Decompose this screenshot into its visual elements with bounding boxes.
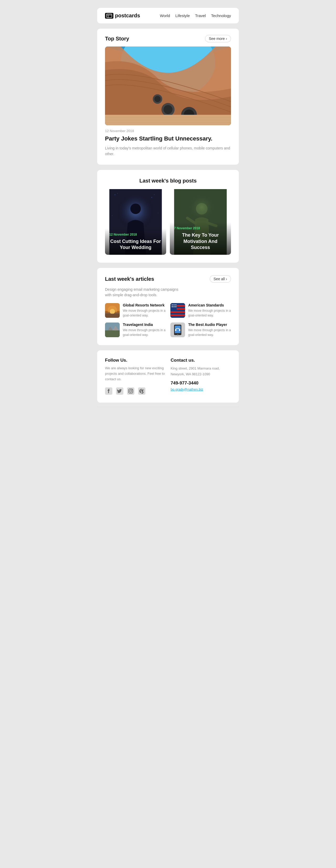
twitter-icon[interactable] bbox=[116, 388, 123, 395]
contact-email[interactable]: bo.grady@nathen.biz bbox=[171, 388, 203, 391]
svg-rect-40 bbox=[170, 314, 185, 316]
blog-card-1[interactable]: 12 November 2018 Cost Cutting Ideas For … bbox=[105, 189, 166, 255]
article-date: 12 November 2018 bbox=[105, 129, 231, 133]
article-item-title-3: The Best Audio Player bbox=[188, 322, 231, 327]
blog-card-overlay-1: 12 November 2018 Cost Cutting Ideas For … bbox=[105, 228, 166, 255]
svg-point-45 bbox=[172, 306, 173, 307]
svg-point-6 bbox=[154, 96, 161, 102]
article-thumb-0 bbox=[105, 303, 120, 318]
facebook-icon[interactable] bbox=[105, 388, 112, 395]
contact-phone: 749-977-3440 bbox=[171, 380, 231, 386]
svg-rect-39 bbox=[170, 311, 185, 313]
article-text-3: The Best Audio Player We move through pr… bbox=[188, 322, 231, 337]
svg-rect-56 bbox=[179, 329, 180, 331]
svg-rect-21 bbox=[154, 194, 155, 195]
svg-point-42 bbox=[172, 304, 173, 305]
blog-card-title-2: The Key To Your Motivation And Success bbox=[174, 232, 227, 251]
article-item-text-3: We move through projects in a goal-orien… bbox=[188, 328, 231, 337]
hero-image bbox=[105, 46, 231, 125]
svg-rect-34 bbox=[105, 314, 120, 318]
articles-grid: Global Resorts Network We move through p… bbox=[105, 303, 231, 337]
svg-point-43 bbox=[173, 304, 174, 305]
article-title: Party Jokes Startling But Unnecessary. bbox=[105, 135, 231, 143]
svg-point-47 bbox=[175, 306, 176, 307]
blog-grid: 12 November 2018 Cost Cutting Ideas For … bbox=[105, 189, 231, 255]
articles-title: Last week's articles bbox=[105, 276, 154, 282]
article-item-title-2: Travelagent India bbox=[123, 322, 166, 327]
article-item-text-0: We move through projects in a goal-orien… bbox=[123, 308, 166, 318]
svg-rect-18 bbox=[115, 194, 115, 195]
article-text-0: Global Resorts Network We move through p… bbox=[123, 303, 166, 318]
articles-subtitle: Design engaging email marketing campaign… bbox=[105, 287, 231, 298]
svg-rect-59 bbox=[127, 388, 134, 395]
article-item-1[interactable]: American Standards We move through proje… bbox=[170, 303, 231, 318]
article-thumb-3 bbox=[170, 322, 185, 337]
svg-rect-22 bbox=[112, 215, 112, 216]
follow-text: We are always looking for new exciting p… bbox=[105, 366, 165, 382]
top-story-section: Top Story See more › bbox=[97, 29, 239, 165]
contact-heading: Contact us. bbox=[171, 358, 231, 363]
chevron-right-icon-2: › bbox=[226, 277, 227, 281]
article-item-2[interactable]: Travelagent India We move through projec… bbox=[105, 322, 166, 337]
top-story-header: Top Story See more › bbox=[105, 35, 231, 42]
article-text-1: American Standards We move through proje… bbox=[188, 303, 231, 318]
article-item-3[interactable]: The Best Audio Player We move through pr… bbox=[170, 322, 231, 337]
article-item-0[interactable]: Global Resorts Network We move through p… bbox=[105, 303, 166, 318]
svg-point-62 bbox=[132, 390, 132, 390]
articles-header: Last week's articles See all › bbox=[105, 275, 231, 283]
social-icons bbox=[105, 388, 165, 395]
blog-posts-title: Last week's blog posts bbox=[105, 178, 231, 184]
svg-point-46 bbox=[173, 306, 174, 307]
article-thumb-2 bbox=[105, 322, 120, 337]
blog-card-overlay-2: 7 November 2018 The Key To Your Motivati… bbox=[170, 222, 231, 255]
svg-point-54 bbox=[177, 334, 178, 335]
svg-point-17 bbox=[131, 204, 141, 214]
svg-rect-23 bbox=[158, 213, 159, 213]
svg-rect-19 bbox=[117, 193, 118, 193]
nav-lifestyle[interactable]: Lifestyle bbox=[175, 13, 190, 18]
svg-rect-0 bbox=[107, 14, 112, 18]
top-story-title: Top Story bbox=[105, 36, 129, 42]
chevron-right-icon: › bbox=[226, 36, 227, 41]
contact-address: King street, 2901 Marmara road,Newyork, … bbox=[171, 366, 231, 377]
contact-us-section: Contact us. King street, 2901 Marmara ro… bbox=[171, 358, 231, 395]
instagram-icon[interactable] bbox=[127, 388, 134, 395]
see-all-button[interactable]: See all › bbox=[210, 275, 231, 283]
logo-text: postcards bbox=[115, 12, 140, 19]
blog-card-2[interactable]: 7 November 2018 The Key To Your Motivati… bbox=[170, 189, 231, 255]
follow-heading: Follow Us. bbox=[105, 358, 165, 363]
svg-rect-55 bbox=[175, 329, 176, 331]
articles-section: Last week's articles See all › Design en… bbox=[97, 268, 239, 345]
header: postcards World Lifestyle Travel Technol… bbox=[97, 8, 239, 23]
footer-divider bbox=[97, 407, 239, 407]
article-item-text-1: We move through projects in a goal-orien… bbox=[188, 308, 231, 318]
blog-posts-section: Last week's blog posts bbox=[97, 170, 239, 262]
footer-grid: Follow Us. We are always looking for new… bbox=[105, 358, 231, 395]
nav-world[interactable]: World bbox=[160, 13, 170, 18]
nav-travel[interactable]: Travel bbox=[195, 13, 206, 18]
svg-point-44 bbox=[175, 304, 176, 305]
nav-technology[interactable]: Technology bbox=[211, 13, 231, 18]
svg-point-33 bbox=[110, 309, 115, 314]
blog-card-date-2: 7 November 2018 bbox=[174, 226, 227, 230]
blog-card-date-1: 12 November 2018 bbox=[109, 233, 162, 236]
article-item-title-1: American Standards bbox=[188, 303, 231, 307]
article-item-text-2: We move through projects in a goal-orien… bbox=[123, 328, 166, 337]
svg-point-8 bbox=[164, 105, 172, 114]
footer-section: Follow Us. We are always looking for new… bbox=[97, 350, 239, 402]
article-thumb-1 bbox=[170, 303, 185, 318]
pinterest-icon[interactable] bbox=[138, 388, 145, 395]
article-text-2: Travelagent India We move through projec… bbox=[123, 322, 166, 337]
logo[interactable]: postcards bbox=[105, 12, 140, 19]
follow-us-section: Follow Us. We are always looking for new… bbox=[105, 358, 165, 395]
blog-card-title-1: Cost Cutting Ideas For Your Wedding bbox=[109, 239, 162, 251]
article-item-title-0: Global Resorts Network bbox=[123, 303, 166, 307]
main-nav: World Lifestyle Travel Technology bbox=[160, 13, 231, 18]
see-more-button[interactable]: See more › bbox=[205, 35, 231, 42]
logo-icon bbox=[105, 13, 113, 19]
svg-rect-20 bbox=[152, 197, 152, 198]
article-excerpt: Living in today's metropolitan world of … bbox=[105, 145, 231, 157]
